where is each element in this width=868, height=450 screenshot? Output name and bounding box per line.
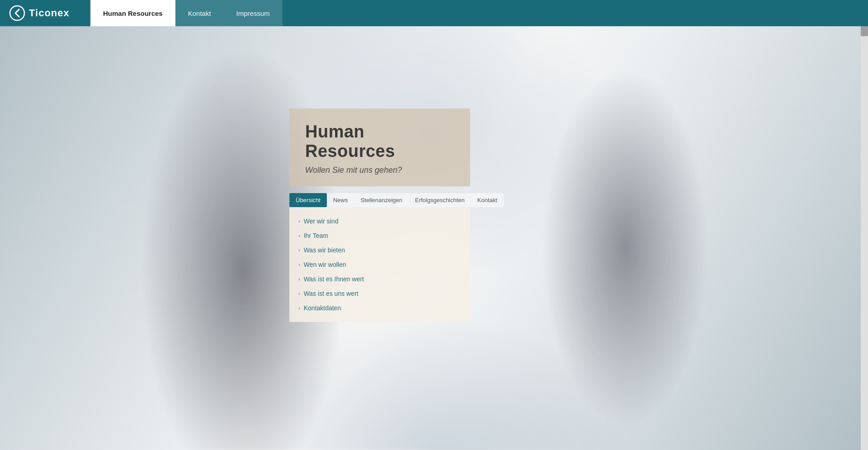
svg-point-0 <box>10 6 24 20</box>
logo-text: Ticonex <box>29 7 70 19</box>
chevron-icon: › <box>298 305 300 311</box>
chevron-icon: › <box>298 262 300 267</box>
section-tab-kontakt[interactable]: Kontakt <box>471 193 504 207</box>
chevron-icon: › <box>298 218 300 224</box>
menu-item-was-ist-es-ihnen-wert[interactable]: › Was ist es Ihnen wert <box>289 272 470 286</box>
chevron-icon: › <box>298 276 300 282</box>
section-tab-erfolgsgeschichten[interactable]: Erfolgsgeschichten <box>409 193 471 207</box>
menu-list: › Wer wir sind › Ihr Team › Was wir biet… <box>289 207 470 322</box>
section-tab-stellenanzeigen[interactable]: Stellenanzeigen <box>354 193 409 207</box>
nav-tab-impressum[interactable]: Impressum <box>224 0 283 26</box>
chevron-icon: › <box>298 247 300 253</box>
logo-icon <box>9 5 25 21</box>
section-tab-ubersicht[interactable]: Übersicht <box>289 193 327 207</box>
menu-item-wer-wir-sind[interactable]: › Wer wir sind <box>289 214 470 228</box>
nav-tabs: Human Resources Kontakt Impressum <box>90 0 283 26</box>
section-tab-news[interactable]: News <box>327 193 354 207</box>
menu-item-was-wir-bieten[interactable]: › Was wir bieten <box>289 243 470 257</box>
scrollbar[interactable] <box>861 0 868 450</box>
section-tabs: Übersicht News Stellenanzeigen Erfolgsge… <box>289 193 470 207</box>
chevron-icon: › <box>298 291 300 296</box>
menu-item-was-ist-es-uns-wert[interactable]: › Was ist es uns wert <box>289 286 470 301</box>
menu-item-ihr-team[interactable]: › Ihr Team <box>289 228 470 243</box>
hero-subtitle: Wollen Sie mit uns gehen? <box>305 166 454 175</box>
content-card: Human Resources Wollen Sie mit uns gehen… <box>289 109 470 322</box>
navbar: Ticonex Human Resources Kontakt Impressu… <box>0 0 868 26</box>
nav-tab-hr[interactable]: Human Resources <box>90 0 175 26</box>
menu-item-kontaktdaten[interactable]: › Kontaktdaten <box>289 301 470 315</box>
hero-title: Human Resources <box>305 122 454 161</box>
hero-text-box: Human Resources Wollen Sie mit uns gehen… <box>289 109 470 186</box>
menu-item-wen-wir-wollen[interactable]: › Wen wir wollen <box>289 257 470 272</box>
chevron-icon: › <box>298 233 300 238</box>
nav-tab-kontakt[interactable]: Kontakt <box>175 0 224 26</box>
hero-section: Human Resources Wollen Sie mit uns gehen… <box>0 0 868 450</box>
logo-area: Ticonex <box>0 5 90 21</box>
